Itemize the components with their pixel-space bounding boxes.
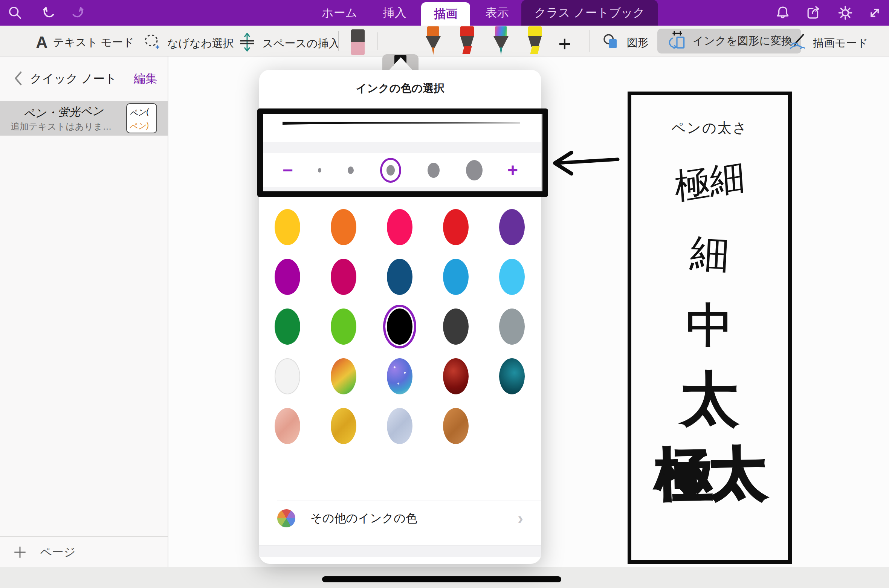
ink-color-swatch-bronze[interactable]: [443, 408, 469, 444]
ink-color-magenta-purple[interactable]: [259, 252, 315, 302]
ink-color-white[interactable]: [259, 351, 315, 401]
undo-icon[interactable]: [39, 3, 59, 23]
ink-color-swatch-dark-blue[interactable]: [387, 259, 412, 295]
eraser-tool[interactable]: [346, 26, 370, 57]
decrease-thickness-button[interactable]: −: [283, 161, 293, 179]
notifications-bell-icon[interactable]: [773, 3, 793, 23]
lasso-select-button[interactable]: なげなわ選択: [142, 33, 234, 54]
thickness-dot-3[interactable]: [386, 165, 395, 176]
ink-color-swatch-silver[interactable]: [387, 408, 412, 444]
increase-thickness-button[interactable]: +: [507, 161, 518, 179]
red-highlighter-tool[interactable]: [455, 26, 479, 57]
insert-space-button[interactable]: スペースの挿入: [237, 32, 340, 55]
pen-divider: [377, 32, 377, 50]
ink-color-swatch-blue[interactable]: [443, 259, 469, 295]
settings-gear-icon[interactable]: [836, 3, 855, 23]
ink-color-swatch-dark-gray[interactable]: [443, 309, 469, 345]
ink-color-dark-blue[interactable]: [371, 252, 428, 302]
ink-color-red[interactable]: [428, 202, 484, 252]
ink-color-swatch-glitter-rainbow[interactable]: [331, 358, 356, 394]
ink-color-swatch-yellow[interactable]: [275, 209, 300, 245]
share-icon[interactable]: [803, 3, 823, 23]
ink-to-shape-label: インクを図形に変換: [693, 34, 792, 49]
ink-color-dark-gray[interactable]: [428, 302, 484, 351]
redo-icon[interactable]: [68, 3, 87, 23]
page-item-title: ペン・蛍光ペン: [23, 103, 104, 121]
handwriting-sample-5: 極太: [631, 444, 789, 503]
ink-color-swatch-rose-gold[interactable]: [275, 408, 300, 444]
thickness-dot-5[interactable]: [466, 160, 483, 180]
ink-color-red-marble[interactable]: [428, 351, 484, 401]
ink-color-swatch-orange[interactable]: [331, 209, 356, 245]
shapes-button[interactable]: 図形: [602, 32, 649, 53]
ink-color-light-blue[interactable]: [484, 252, 540, 302]
page-list-item-selected[interactable]: ペン・蛍光ペン 追加テキストはありま… ペン( ペン): [0, 101, 168, 136]
thickness-dot-1[interactable]: [318, 168, 321, 173]
ink-color-gray[interactable]: [484, 302, 540, 351]
more-ink-colors-row[interactable]: その他のインクの色 ›: [259, 501, 541, 536]
add-page-label: ページ: [40, 544, 75, 560]
ink-color-silver[interactable]: [371, 401, 428, 451]
orange-pen-tool[interactable]: [421, 26, 445, 57]
handwritten-arrow: [548, 148, 623, 178]
ink-color-swatch-white[interactable]: [275, 358, 300, 394]
ink-to-shape-button[interactable]: インクを図形に変換: [657, 29, 801, 53]
edit-button[interactable]: 編集: [134, 71, 157, 87]
ink-color-swatch-gold[interactable]: [331, 408, 356, 444]
add-page-button[interactable]: ページ: [14, 544, 75, 560]
tab-class-notebook[interactable]: クラス ノートブック: [521, 0, 657, 26]
tab-view[interactable]: 表示: [472, 0, 521, 26]
ink-color-glitter-rainbow[interactable]: [315, 351, 371, 401]
ink-color-ocean[interactable]: [484, 351, 540, 401]
text-mode-button[interactable]: A テキスト モード: [36, 33, 134, 52]
shapes-label: 図形: [627, 35, 649, 50]
handwriting-sample-2: 細: [631, 230, 789, 277]
shapes-icon: [602, 32, 622, 53]
draw-mode-label: 描画モード: [813, 36, 868, 51]
ink-color-swatch-galaxy[interactable]: [387, 358, 412, 394]
ink-color-galaxy[interactable]: [371, 351, 428, 401]
insert-space-label: スペースの挿入: [262, 36, 340, 51]
back-chevron-icon[interactable]: [14, 71, 23, 86]
draw-mode-button[interactable]: 描画モード: [787, 32, 868, 54]
yellow-highlighter-tool[interactable]: [523, 26, 547, 57]
ink-color-swatch-ocean[interactable]: [499, 358, 525, 394]
ink-color-rose-gold[interactable]: [259, 401, 315, 451]
tab-draw[interactable]: 描画: [421, 2, 470, 26]
ink-color-bronze[interactable]: [428, 401, 484, 451]
plus-icon: +: [558, 31, 571, 56]
thickness-dot-2[interactable]: [348, 166, 354, 174]
ink-color-pink[interactable]: [371, 202, 428, 252]
fullscreen-expand-icon[interactable]: [865, 3, 884, 23]
handwriting-sample-3: 中: [631, 302, 788, 349]
ink-color-dark-pink[interactable]: [315, 252, 371, 302]
ink-color-swatch-red[interactable]: [443, 209, 469, 245]
home-indicator-bar[interactable]: [322, 576, 561, 582]
ink-color-purple[interactable]: [484, 202, 540, 252]
handwriting-sample-4: 太: [631, 370, 788, 428]
ink-color-light-green[interactable]: [315, 302, 371, 351]
rainbow-pen-tool[interactable]: [489, 26, 513, 57]
ink-color-swatch-pink[interactable]: [387, 209, 412, 245]
ink-color-yellow[interactable]: [259, 202, 315, 252]
ink-color-gold[interactable]: [315, 401, 371, 451]
ink-color-swatch-black[interactable]: [387, 309, 412, 345]
ink-color-green[interactable]: [259, 302, 315, 351]
ink-color-swatch-dark-pink[interactable]: [331, 259, 356, 295]
ink-color-blue[interactable]: [428, 252, 484, 302]
tab-home[interactable]: ホーム: [309, 0, 370, 26]
thickness-dot-4[interactable]: [428, 163, 440, 178]
thickness-dot-3-selected-ring[interactable]: [380, 158, 401, 183]
tab-insert[interactable]: 挿入: [370, 0, 419, 26]
ink-color-swatch-gray[interactable]: [499, 309, 525, 345]
ink-color-swatch-red-marble[interactable]: [443, 358, 469, 394]
ink-color-orange[interactable]: [315, 202, 371, 252]
ink-color-swatch-magenta-purple[interactable]: [275, 259, 300, 295]
ink-color-swatch-green[interactable]: [275, 309, 300, 345]
search-icon[interactable]: [5, 3, 25, 23]
ink-color-swatch-light-blue[interactable]: [499, 259, 525, 295]
ink-color-swatch-purple[interactable]: [499, 209, 525, 245]
add-pen-button[interactable]: +: [558, 31, 571, 56]
ink-color-black[interactable]: [371, 302, 428, 351]
ink-color-swatch-light-green[interactable]: [331, 309, 356, 345]
